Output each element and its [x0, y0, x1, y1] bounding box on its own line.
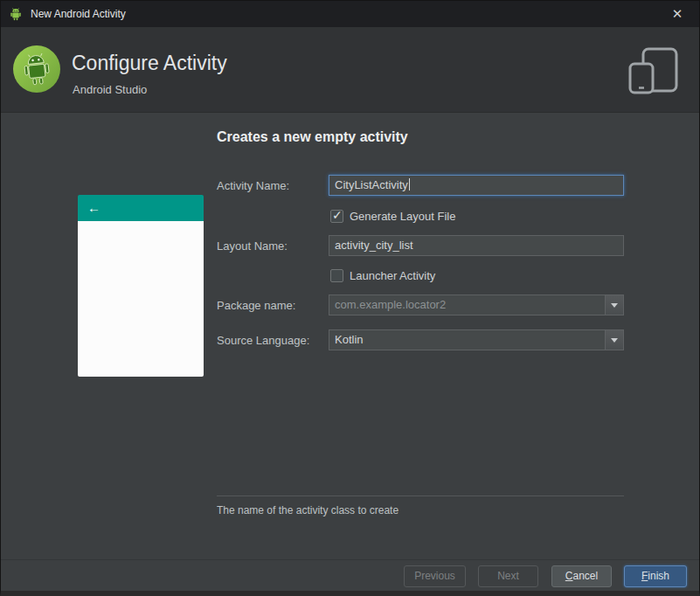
- wizard-header: Configure Activity Android Studio: [1, 27, 699, 113]
- device-form-factor-icon: [627, 46, 680, 95]
- android-studio-logo-icon: [12, 45, 61, 94]
- layout-name-input[interactable]: activity_city_list: [329, 235, 624, 256]
- source-language-value: Kotlin: [335, 333, 364, 346]
- package-name-combobox[interactable]: com.example.locator2: [329, 295, 624, 315]
- previous-button[interactable]: Previous: [404, 565, 466, 587]
- window-title: New Android Activity: [31, 8, 126, 20]
- chevron-down-icon[interactable]: [605, 330, 623, 350]
- activity-name-value: CityListActivity: [335, 178, 408, 191]
- finish-rest: inish: [648, 570, 669, 582]
- cancel-rest: ancel: [572, 570, 598, 582]
- back-arrow-icon: ←: [87, 200, 100, 215]
- chevron-down-icon[interactable]: [605, 295, 623, 315]
- hint-text: The name of the activity class to create: [217, 504, 399, 516]
- activity-preview-thumbnail: ←: [78, 195, 204, 377]
- new-android-activity-dialog: New Android Activity ✕: [0, 0, 700, 596]
- button-bar: Previous Next Cancel Finish: [1, 559, 699, 592]
- source-language-combobox[interactable]: Kotlin: [329, 329, 624, 350]
- next-button[interactable]: Next: [478, 565, 538, 587]
- android-logo-icon: [8, 6, 24, 22]
- step-heading: Creates a new empty activity: [217, 129, 408, 145]
- layout-name-value: activity_city_list: [335, 239, 413, 252]
- activity-name-label: Activity Name:: [217, 179, 289, 192]
- wizard-subtitle: Android Studio: [73, 83, 147, 96]
- package-name-value: com.example.locator2: [335, 298, 446, 311]
- titlebar: New Android Activity ✕: [1, 1, 699, 27]
- generate-layout-label[interactable]: Generate Layout File: [350, 210, 455, 223]
- launcher-activity-label[interactable]: Launcher Activity: [350, 269, 435, 282]
- cancel-button[interactable]: Cancel: [551, 565, 612, 587]
- close-icon[interactable]: ✕: [668, 4, 687, 24]
- wizard-content: Creates a new empty activity ← Activity …: [1, 113, 699, 559]
- hint-divider: [217, 496, 624, 496]
- generate-layout-checkbox[interactable]: [330, 210, 343, 223]
- layout-name-label: Layout Name:: [217, 239, 288, 253]
- launcher-activity-checkbox[interactable]: [330, 269, 343, 282]
- preview-app-bar: ←: [78, 195, 204, 221]
- text-caret: [409, 178, 410, 191]
- package-name-label: Package name:: [217, 299, 295, 312]
- finish-button[interactable]: Finish: [624, 565, 687, 587]
- source-language-label: Source Language:: [217, 334, 309, 347]
- wizard-title: Configure Activity: [72, 52, 227, 75]
- preview-body: [78, 221, 204, 377]
- activity-name-input[interactable]: CityListActivity: [329, 175, 624, 196]
